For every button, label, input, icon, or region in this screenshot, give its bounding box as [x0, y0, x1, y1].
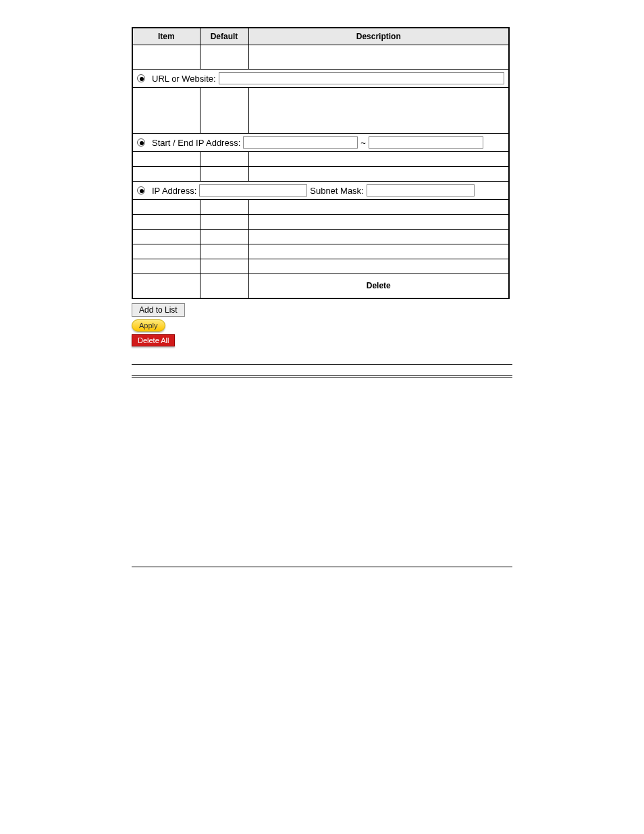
divider-double [132, 375, 512, 377]
ip-end-input[interactable] [369, 136, 483, 149]
table-row [132, 45, 509, 70]
url-website-row: URL or Website: [132, 70, 509, 88]
ip-range-label: Start / End IP Address: [152, 138, 240, 148]
url-website-input[interactable] [219, 72, 504, 84]
header-description: Description [248, 28, 509, 45]
ip-range-separator: ~ [360, 138, 366, 148]
url-website-label: URL or Website: [152, 74, 216, 84]
header-default: Default [200, 28, 248, 45]
radio-url-icon[interactable] [137, 74, 145, 82]
table-row [132, 88, 509, 134]
ip-start-input[interactable] [243, 136, 358, 149]
table-row [132, 230, 509, 244]
delete-label: Delete [367, 281, 391, 290]
delete-row: Delete [132, 274, 509, 298]
footer-divider [132, 567, 512, 567]
buttons-group: Add to List Apply Delete All [132, 303, 512, 346]
table-row [132, 200, 509, 215]
subnet-mask-input[interactable] [367, 184, 475, 197]
ip-address-input[interactable] [199, 184, 307, 197]
table-row [132, 167, 509, 182]
divider-thin [132, 364, 512, 365]
delete-all-button[interactable]: Delete All [132, 334, 175, 346]
ip-range-row: Start / End IP Address: ~ [132, 134, 509, 152]
table-header-row: Item Default Description [132, 28, 509, 45]
table-row [132, 244, 509, 259]
apply-button[interactable]: Apply [132, 319, 165, 332]
table-row [132, 152, 509, 167]
table-row [132, 215, 509, 230]
header-item: Item [132, 28, 200, 45]
ip-subnet-row: IP Address: Subnet Mask: [132, 182, 509, 200]
table-row [132, 259, 509, 274]
add-to-list-button[interactable]: Add to List [132, 303, 185, 317]
config-table: Item Default Description URL or Website: [132, 27, 510, 299]
ip-address-label: IP Address: [152, 186, 196, 196]
subnet-mask-label: Subnet Mask: [310, 186, 364, 196]
radio-ip-subnet-icon[interactable] [137, 186, 145, 194]
radio-ip-range-icon[interactable] [137, 138, 145, 147]
